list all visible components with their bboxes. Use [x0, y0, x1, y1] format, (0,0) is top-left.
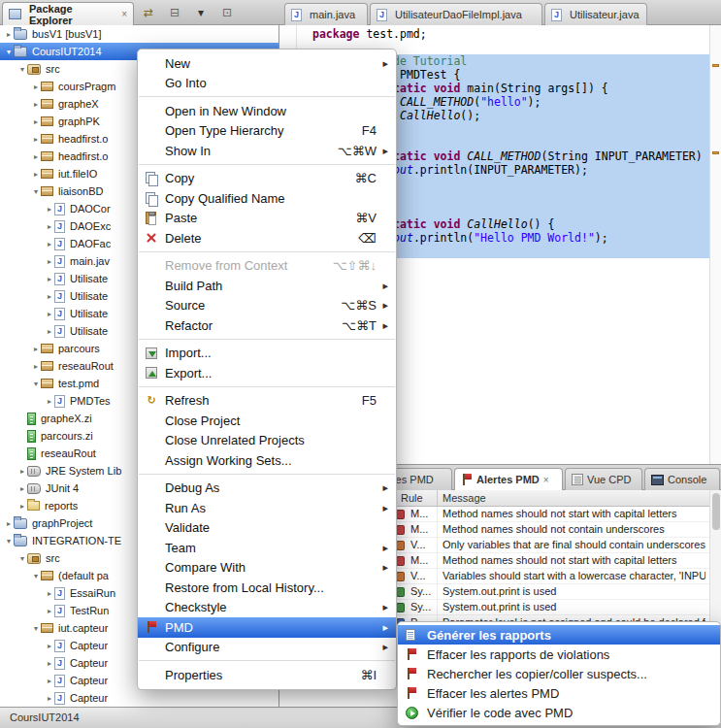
message-cell: Method names should not start with capit… [442, 554, 705, 566]
flag-icon-slot [406, 668, 427, 679]
expand-arrow-icon[interactable]: ▸ [4, 30, 14, 39]
expand-arrow-icon[interactable]: ▸ [45, 205, 54, 214]
panel-tab-alertes-pmd[interactable]: Alertes PMD× [454, 468, 563, 490]
expand-arrow-icon[interactable]: ▸ [31, 83, 41, 91]
overview-ruler[interactable] [709, 25, 721, 464]
expand-arrow-icon[interactable]: ▸ [45, 222, 54, 231]
menu-item-debug-as[interactable]: Debug As▸ [138, 479, 396, 499]
expand-arrow-icon[interactable]: ▸ [31, 117, 41, 126]
scrollbar-thumb[interactable] [712, 493, 720, 530]
tree-item-label: grapheX [58, 98, 99, 110]
menu-item-open-in-new-window[interactable]: Open in New Window [138, 101, 396, 121]
expand-arrow-icon[interactable]: ▸ [31, 152, 41, 161]
menu-item-compare-with[interactable]: Compare With▸ [138, 558, 396, 579]
expand-arrow-icon[interactable]: ▸ [45, 257, 54, 266]
expand-arrow-icon[interactable]: ▸ [45, 310, 54, 318]
link-with-editor-icon[interactable]: ⇄ [140, 4, 157, 21]
expand-arrow-icon[interactable]: ▸ [17, 484, 27, 493]
menu-item-refactor[interactable]: Refactor⌥⌘T▸ [138, 315, 396, 336]
collapse-arrow-icon[interactable]: ▾ [17, 65, 27, 74]
menu-item-restore-from-local-history[interactable]: Restore from Local History... [138, 578, 396, 598]
submenu-item-v-rifier-le-code-avec-pmd[interactable]: Vérifier le code avec PMD [398, 703, 720, 722]
editor-tab-main-java[interactable]: main.java [284, 3, 368, 25]
menu-item-copy[interactable]: Copy⌘C [138, 169, 396, 189]
submenu-item-effacer-les-rapports-de-violations[interactable]: Effacer les rapports de violations [398, 645, 720, 664]
close-icon[interactable]: × [543, 475, 549, 485]
menu-item-label: Show In [165, 144, 211, 158]
expand-arrow-icon[interactable]: ▸ [31, 345, 41, 353]
menu-item-checkstyle[interactable]: Checkstyle▸ [138, 598, 396, 618]
expand-arrow-icon[interactable]: ▸ [45, 589, 54, 598]
overview-marker[interactable] [712, 151, 719, 154]
close-icon[interactable]: × [121, 9, 127, 19]
expand-arrow-icon[interactable]: ▸ [45, 659, 54, 668]
menu-item-source[interactable]: Source⌥⌘S▸ [138, 296, 396, 316]
menu-item-pmd[interactable]: PMD▸ [138, 617, 396, 638]
menu-item-paste[interactable]: Paste⌘V [138, 209, 396, 229]
menu-item-label: Restore from Local History... [165, 580, 324, 595]
column-divider [437, 538, 438, 553]
collapse-arrow-icon[interactable]: ▾ [31, 380, 41, 388]
menu-item-new[interactable]: New▸ [138, 53, 396, 74]
menu-item-open-type-hierarchy[interactable]: Open Type HierarchyF4 [138, 121, 396, 142]
priority-marker-icon [396, 572, 405, 581]
submenu-item-effacer-les-alertes-pmd[interactable]: Effacer les alertes PMD [398, 683, 720, 703]
expand-arrow-icon[interactable]: ▸ [45, 327, 54, 336]
collapse-arrow-icon[interactable]: ▾ [4, 537, 14, 546]
menu-item-show-in[interactable]: Show In⌥⌘W▸ [138, 141, 396, 161]
menu-item-run-as[interactable]: Run As▸ [138, 498, 396, 518]
collapse-arrow-icon[interactable]: ▾ [17, 554, 27, 563]
collapse-all-icon[interactable]: ⊟ [166, 4, 183, 21]
menu-item-close-project[interactable]: Close Project [138, 411, 396, 431]
expand-arrow-icon[interactable]: ▸ [45, 677, 54, 685]
menu-item-refresh[interactable]: RefreshF5 [138, 391, 396, 412]
menu-item-export[interactable]: Export... [138, 363, 396, 383]
view-menu-icon[interactable]: ▾ [192, 4, 210, 21]
expand-arrow-icon[interactable]: ▸ [45, 397, 54, 406]
menu-item-import[interactable]: Import... [138, 344, 396, 364]
menu-item-validate[interactable]: Validate [138, 518, 396, 539]
expand-arrow-icon[interactable]: ▸ [31, 135, 41, 144]
expand-arrow-icon[interactable]: ▸ [45, 607, 54, 615]
expand-arrow-icon[interactable]: ▸ [31, 362, 41, 371]
expand-arrow-icon[interactable]: ▸ [17, 467, 27, 476]
panel-tab-console[interactable]: Console [644, 468, 720, 490]
expand-arrow-icon[interactable]: ▸ [45, 694, 54, 703]
collapse-arrow-icon[interactable]: ▾ [31, 572, 41, 580]
expand-arrow-icon[interactable]: ▸ [31, 100, 41, 109]
overview-marker[interactable] [712, 64, 719, 67]
panel-tab-vue-cpd[interactable]: Vue CPD [565, 468, 642, 490]
expand-arrow-icon[interactable]: ▸ [31, 170, 41, 179]
expand-arrow-icon[interactable]: ▸ [45, 240, 54, 248]
menu-item-configure[interactable]: Configure▸ [138, 638, 396, 658]
menu-item-team[interactable]: Team▸ [138, 538, 396, 558]
collapse-arrow-icon[interactable]: ▾ [4, 48, 14, 56]
menu-item-go-into[interactable]: Go Into [138, 74, 396, 94]
column-header-rule[interactable]: Rule [401, 492, 423, 504]
menu-item-build-path[interactable]: Build Path▸ [138, 276, 396, 296]
cpd-icon [572, 474, 583, 485]
menu-item-delete[interactable]: Delete⌫ [138, 228, 396, 248]
menu-item-copy-qualified-name[interactable]: Copy Qualified Name [138, 188, 396, 209]
expand-arrow-icon[interactable]: ▸ [45, 292, 54, 301]
expand-arrow-icon[interactable]: ▸ [45, 642, 54, 650]
editor-tab-utilisateurdaofileimpl-java[interactable]: UtilisateurDaoFileImpl.java [370, 3, 542, 25]
submenu-item-g-n-rer-les-rapports[interactable]: Générer les rapports [398, 625, 720, 645]
tree-item-busv1-busv1[interactable]: ▸busV1 [busV1] [0, 25, 279, 43]
minimize-icon[interactable]: ⊡ [218, 4, 236, 21]
menu-item-close-unrelated-projects[interactable]: Close Unrelated Projects [138, 431, 396, 451]
menu-item-label: Assign Working Sets... [165, 453, 292, 468]
package-explorer-tab[interactable]: Package Explorer × [2, 2, 134, 25]
expand-arrow-icon[interactable]: ▸ [45, 275, 54, 283]
collapse-arrow-icon[interactable]: ▾ [31, 624, 41, 633]
column-header-message[interactable]: Message [442, 492, 486, 504]
menu-item-assign-working-sets[interactable]: Assign Working Sets... [138, 450, 396, 471]
collapse-arrow-icon[interactable]: ▾ [31, 187, 41, 196]
expand-arrow-icon[interactable]: ▸ [17, 502, 27, 511]
expand-arrow-icon[interactable]: ▸ [4, 519, 14, 528]
submenu-item-rechercher-les-copier-coller-suspects[interactable]: Rechercher les copier/coller suspects... [398, 664, 720, 683]
menu-item-properties[interactable]: Properties⌘I [138, 665, 396, 685]
tree-item-label: (default pa [58, 570, 109, 581]
editor-tab-utilisateur-java[interactable]: Utilisateur.java [544, 3, 647, 25]
tree-item-capteur[interactable]: ▸Capteur [0, 689, 279, 707]
